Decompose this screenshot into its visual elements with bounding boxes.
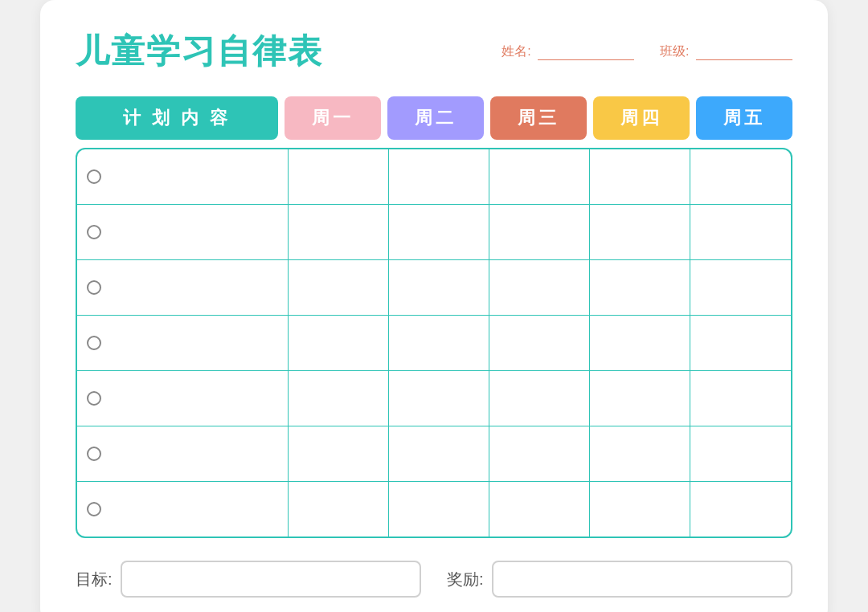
wed-cell — [489, 371, 590, 426]
fri-cell — [690, 260, 791, 315]
table-row — [77, 426, 791, 482]
circle-icon — [87, 225, 101, 239]
table-row — [77, 316, 791, 371]
class-label: 班级: — [660, 44, 689, 58]
goal-input[interactable] — [121, 561, 421, 598]
wed-cell — [489, 426, 590, 481]
name-field-group: 姓名: — [502, 43, 634, 60]
reward-input[interactable] — [492, 561, 792, 598]
tue-cell — [389, 260, 489, 315]
table-row — [77, 371, 791, 426]
plan-cell — [77, 260, 289, 315]
thu-cell — [590, 371, 690, 426]
wed-cell — [489, 260, 590, 315]
plan-cell — [77, 426, 289, 481]
tue-cell — [389, 482, 489, 537]
thu-cell — [590, 316, 690, 370]
circle-icon — [87, 391, 101, 406]
reward-group: 奖励: — [447, 561, 792, 598]
plan-cell — [77, 316, 289, 370]
fri-cell — [690, 316, 791, 370]
header-fri: 周五 — [696, 96, 792, 140]
thu-cell — [590, 260, 690, 315]
tue-cell — [389, 371, 489, 426]
header-thu: 周四 — [593, 96, 690, 140]
fri-cell — [690, 149, 791, 204]
circle-icon — [87, 447, 101, 461]
mon-cell — [289, 149, 389, 204]
fri-cell — [690, 482, 791, 537]
bottom-row: 目标: 奖励: — [76, 561, 792, 598]
circle-icon — [87, 336, 101, 350]
table-row — [77, 260, 791, 316]
wed-cell — [489, 316, 590, 370]
tue-cell — [389, 426, 489, 481]
day-headers-row: 计 划 内 容 周一 周二 周三 周四 周五 — [76, 96, 792, 140]
header: 儿童学习自律表 姓名: 班级: — [76, 29, 792, 74]
main-card: 儿童学习自律表 姓名: 班级: 计 划 内 容 周一 周二 周三 周四 周五 — [40, 0, 828, 612]
circle-icon — [87, 169, 101, 184]
class-line — [696, 46, 792, 60]
thu-cell — [590, 482, 690, 537]
schedule-table — [76, 148, 792, 538]
header-tue: 周二 — [387, 96, 484, 140]
class-field-group: 班级: — [660, 43, 792, 60]
mon-cell — [289, 371, 389, 426]
tue-cell — [389, 316, 489, 370]
tue-cell — [389, 205, 489, 259]
thu-cell — [590, 426, 690, 481]
mon-cell — [289, 316, 389, 370]
thu-cell — [590, 149, 690, 204]
circle-icon — [87, 502, 101, 516]
wed-cell — [489, 205, 590, 259]
mon-cell — [289, 426, 389, 481]
reward-label: 奖励: — [447, 569, 484, 590]
name-line — [538, 46, 634, 60]
tue-cell — [389, 149, 489, 204]
thu-cell — [590, 205, 690, 259]
header-mon: 周一 — [285, 96, 381, 140]
wed-cell — [489, 149, 590, 204]
wed-cell — [489, 482, 590, 537]
table-row — [77, 482, 791, 537]
mon-cell — [289, 260, 389, 315]
plan-cell — [77, 371, 289, 426]
page-title: 儿童学习自律表 — [76, 29, 323, 74]
fri-cell — [690, 426, 791, 481]
name-label: 姓名: — [502, 44, 530, 58]
header-wed: 周三 — [490, 96, 587, 140]
table-row — [77, 149, 791, 205]
fri-cell — [690, 205, 791, 259]
header-fields: 姓名: 班级: — [502, 43, 792, 60]
header-plan: 计 划 内 容 — [76, 96, 278, 140]
goal-group: 目标: — [76, 561, 421, 598]
mon-cell — [289, 205, 389, 259]
mon-cell — [289, 482, 389, 537]
goal-label: 目标: — [76, 569, 113, 590]
plan-cell — [77, 149, 289, 204]
table-row — [77, 205, 791, 260]
fri-cell — [690, 371, 791, 426]
circle-icon — [87, 280, 101, 295]
plan-cell — [77, 205, 289, 259]
plan-cell — [77, 482, 289, 537]
